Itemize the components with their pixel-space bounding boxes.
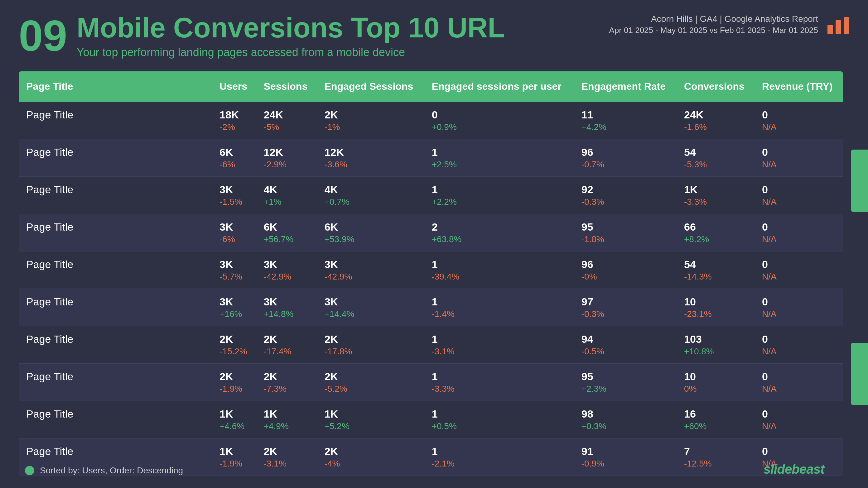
cell-sessions: 3K+14.8% (256, 289, 317, 326)
footer: Sorted by: Users, Order: Descending (25, 465, 183, 476)
cell-page-title: Page Title (19, 139, 212, 176)
page-title-value: Page Title (26, 333, 73, 345)
page-title-value: Page Title (26, 221, 73, 233)
data-table-container: Page Title Users Sessions Engaged Sessio… (19, 71, 843, 476)
table-row: Page Title18K-2%24K-5%2K-1%0+0.9%11+4.2%… (19, 102, 843, 139)
cell-engaged-sessions: 3K+14.4% (317, 289, 424, 326)
cell-espu: 1+0.5% (424, 401, 574, 438)
page-title-value: Page Title (26, 445, 73, 457)
cell-espu: 1-39.4% (424, 251, 574, 289)
cell-engagement-rate: 95+2.3% (574, 363, 677, 401)
cell-page-title: Page Title (19, 326, 212, 363)
slidebeast-brand: slidebeast (764, 462, 824, 477)
cell-users: 3K-6% (212, 214, 256, 251)
table-row: Page Title1K+4.6%1K+4.9%1K+5.2%1+0.5%98+… (19, 401, 843, 438)
cell-users: 6K-6% (212, 139, 256, 176)
cell-sessions: 12K-2.9% (256, 139, 317, 176)
brand-line1: Acorn Hills | GA4 | Google Analytics Rep… (609, 12, 818, 26)
header-right: Acorn Hills | GA4 | Google Analytics Rep… (609, 12, 818, 35)
cell-revenue: 0N/A (754, 176, 843, 214)
header: 09 Mobile Conversions Top 10 URL Your to… (0, 0, 868, 68)
cell-conversions: 24K-1.6% (677, 102, 754, 139)
svg-rect-0 (828, 25, 833, 34)
cell-espu: 1-3.1% (424, 326, 574, 363)
col-header-engaged-sessions-per-user: Engaged sessions per user (424, 71, 574, 102)
col-header-conversions: Conversions (677, 71, 754, 102)
table-row: Page Title2K-1.9%2K-7.3%2K-5.2%1-3.3%95+… (19, 363, 843, 401)
cell-page-title: Page Title (19, 251, 212, 289)
cell-page-title: Page Title (19, 102, 212, 139)
cell-users: 3K+16% (212, 289, 256, 326)
cell-revenue: 0N/A (754, 363, 843, 401)
cell-engaged-sessions: 2K-5.2% (317, 363, 424, 401)
cell-conversions: 100% (677, 363, 754, 401)
page-title-value: Page Title (26, 370, 73, 382)
table-header-row: Page Title Users Sessions Engaged Sessio… (19, 71, 843, 102)
cell-espu: 0+0.9% (424, 102, 574, 139)
col-header-engaged-sessions: Engaged Sessions (317, 71, 424, 102)
side-tab-top (851, 150, 868, 212)
page-container: 09 Mobile Conversions Top 10 URL Your to… (0, 0, 868, 488)
page-title-value: Page Title (26, 146, 73, 158)
col-header-users: Users (212, 71, 256, 102)
table-row: Page Title2K-15.2%2K-17.4%2K-17.8%1-3.1%… (19, 326, 843, 363)
side-tab-bottom (851, 343, 868, 405)
cell-page-title: Page Title (19, 363, 212, 401)
cell-engaged-sessions: 2K-17.8% (317, 326, 424, 363)
cell-users: 3K-1.5% (212, 176, 256, 214)
cell-page-title: Page Title (19, 214, 212, 251)
cell-sessions: 2K-7.3% (256, 363, 317, 401)
cell-users: 3K-5.7% (212, 251, 256, 289)
cell-sessions: 2K-3.1% (256, 438, 317, 476)
col-header-revenue: Revenue (TRY) (754, 71, 843, 102)
cell-users: 2K-1.9% (212, 363, 256, 401)
page-title-value: Page Title (26, 258, 73, 270)
cell-users: 18K-2% (212, 102, 256, 139)
cell-engagement-rate: 97-0.3% (574, 289, 677, 326)
cell-engaged-sessions: 2K-1% (317, 102, 424, 139)
cell-page-title: Page Title (19, 289, 212, 326)
cell-engaged-sessions: 12K-3.6% (317, 139, 424, 176)
cell-espu: 1-3.3% (424, 363, 574, 401)
cell-engaged-sessions: 4K+0.7% (317, 176, 424, 214)
footer-dot-icon (25, 466, 34, 475)
cell-engaged-sessions: 6K+53.9% (317, 214, 424, 251)
cell-engagement-rate: 96-0% (574, 251, 677, 289)
cell-engagement-rate: 11+4.2% (574, 102, 677, 139)
page-subtitle: Your top performing landing pages access… (77, 46, 505, 59)
cell-engagement-rate: 96-0.7% (574, 139, 677, 176)
page-title-value: Page Title (26, 408, 73, 420)
col-header-sessions: Sessions (256, 71, 317, 102)
chart-icon (828, 15, 849, 34)
page-title-value: Page Title (26, 184, 73, 195)
cell-revenue: 0N/A (754, 214, 843, 251)
slide-number: 09 (19, 14, 67, 58)
cell-conversions: 1K-3.3% (677, 176, 754, 214)
cell-conversions: 103+10.8% (677, 326, 754, 363)
cell-sessions: 3K-42.9% (256, 251, 317, 289)
cell-revenue: 0N/A (754, 102, 843, 139)
sort-label: Sorted by: Users, Order: Descending (40, 465, 183, 476)
cell-users: 1K-1.9% (212, 438, 256, 476)
cell-espu: 1-1.4% (424, 289, 574, 326)
cell-engagement-rate: 98+0.3% (574, 401, 677, 438)
cell-espu: 1+2.5% (424, 139, 574, 176)
col-header-engagement-rate: Engagement Rate (574, 71, 677, 102)
cell-sessions: 2K-17.4% (256, 326, 317, 363)
cell-espu: 1-2.1% (424, 438, 574, 476)
cell-engaged-sessions: 2K-4% (317, 438, 424, 476)
cell-revenue: 0N/A (754, 251, 843, 289)
cell-sessions: 1K+4.9% (256, 401, 317, 438)
table-row: Page Title6K-6%12K-2.9%12K-3.6%1+2.5%96-… (19, 139, 843, 176)
page-title-value: Page Title (26, 109, 73, 121)
cell-conversions: 10-23.1% (677, 289, 754, 326)
cell-conversions: 54-14.3% (677, 251, 754, 289)
cell-espu: 1+2.2% (424, 176, 574, 214)
cell-revenue: 0N/A (754, 401, 843, 438)
header-text: Mobile Conversions Top 10 URL Your top p… (77, 12, 505, 59)
cell-engaged-sessions: 3K-42.9% (317, 251, 424, 289)
cell-engaged-sessions: 1K+5.2% (317, 401, 424, 438)
cell-conversions: 54-5.3% (677, 139, 754, 176)
cell-sessions: 6K+56.7% (256, 214, 317, 251)
date-range: Apr 01 2025 - May 01 2025 vs Feb 01 2025… (609, 26, 818, 35)
